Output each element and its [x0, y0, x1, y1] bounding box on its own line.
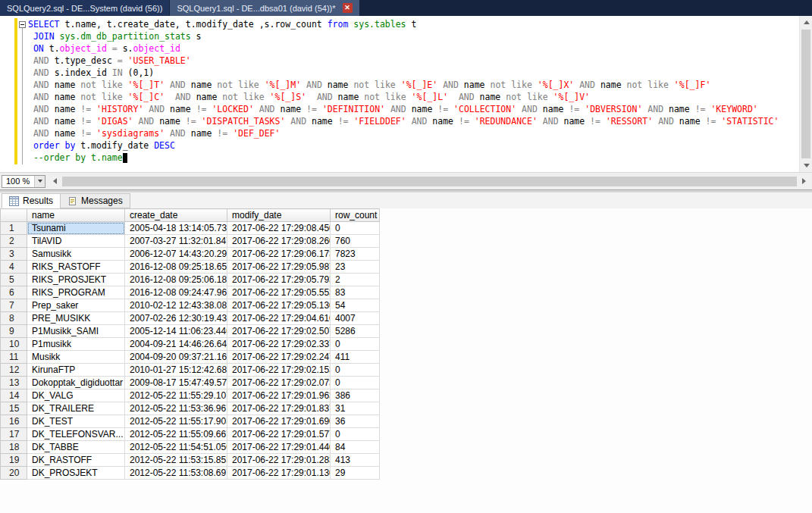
code-line[interactable]: SELECT t.name, t.create_date, t.modify_d… [28, 18, 798, 30]
grid-cell-modify_date[interactable]: 2017-06-22 17:29:01.577 [227, 428, 331, 441]
grid-cell-create_date[interactable]: 2005-04-18 13:14:05.733 [125, 222, 227, 235]
scrollbar-thumb[interactable] [801, 30, 810, 158]
grid-cell-row_count[interactable]: 2 [331, 274, 380, 286]
code-line[interactable]: JOIN sys.dm_db_partition_stats s [28, 30, 798, 42]
row-number-cell[interactable]: 16 [1, 415, 27, 428]
grid-cell-create_date[interactable]: 2006-12-07 14:43:20.293 [125, 248, 227, 261]
grid-cell-row_count[interactable]: 386 [331, 389, 380, 402]
grid-cell-create_date[interactable]: 2010-02-12 12:43:38.080 [125, 299, 227, 312]
grid-cell-modify_date[interactable]: 2017-06-22 17:29:05.793 [227, 274, 331, 286]
row-number-cell[interactable]: 4 [1, 261, 27, 274]
grid-cell-create_date[interactable]: 2016-12-08 09:24:47.960 [125, 286, 227, 299]
grid-cell-name[interactable]: P1Musikk_SAMI [27, 325, 125, 338]
grid-cell-row_count[interactable]: 4007 [331, 312, 380, 325]
editor-vertical-scrollbar[interactable] [799, 16, 812, 172]
column-header-modify_date[interactable]: modify_date [227, 209, 331, 222]
grid-cell-create_date[interactable]: 2012-05-22 11:53:08.697 [125, 467, 227, 480]
grid-cell-name[interactable]: DK_TRAILERE [27, 402, 125, 415]
sql-editor[interactable]: SELECT t.name, t.create_date, t.modify_d… [0, 16, 812, 173]
row-number-cell[interactable]: 17 [1, 428, 27, 441]
grid-cell-row_count[interactable]: 0 [331, 222, 380, 235]
grid-cell-row_count[interactable]: 5286 [331, 325, 380, 338]
grid-cell-row_count[interactable]: 0 [331, 364, 380, 377]
grid-cell-modify_date[interactable]: 2017-06-22 17:29:05.987 [227, 261, 331, 274]
grid-cell-create_date[interactable]: 2012-05-22 11:53:36.967 [125, 402, 227, 415]
grid-cell-create_date[interactable]: 2010-01-27 15:12:42.680 [125, 364, 227, 377]
column-header-row_count[interactable]: row_count [331, 209, 380, 222]
grid-cell-create_date[interactable]: 2012-05-22 11:55:29.107 [125, 389, 227, 402]
row-number-cell[interactable]: 20 [1, 467, 27, 480]
row-number-cell[interactable]: 2 [1, 235, 27, 248]
grid-cell-row_count[interactable]: 23 [331, 261, 380, 274]
grid-cell-create_date[interactable]: 2009-08-17 15:47:49.570 [125, 377, 227, 389]
grid-cell-modify_date[interactable]: 2017-06-22 17:29:08.450 [227, 222, 331, 235]
scrollbar-thumb[interactable] [62, 177, 797, 186]
scroll-right-icon[interactable] [798, 175, 810, 188]
zoom-level-select[interactable]: 100 % [2, 175, 45, 188]
row-number-cell[interactable]: 8 [1, 312, 27, 325]
row-number-cell[interactable]: 10 [1, 338, 27, 351]
code-line[interactable]: --order by t.name [28, 152, 798, 164]
column-header-name[interactable]: name [27, 209, 125, 222]
grid-cell-row_count[interactable]: 54 [331, 299, 380, 312]
grid-cell-create_date[interactable]: 2016-12-08 09:25:06.180 [125, 274, 227, 286]
row-number-cell[interactable]: 1 [1, 222, 27, 235]
grid-cell-row_count[interactable]: 411 [331, 351, 380, 364]
grid-cell-create_date[interactable]: 2012-05-22 11:55:17.903 [125, 415, 227, 428]
grid-cell-modify_date[interactable]: 2017-06-22 17:29:02.073 [227, 377, 331, 389]
grid-cell-create_date[interactable]: 2005-12-14 11:06:23.440 [125, 325, 227, 338]
code-line[interactable]: ON t.object_id = s.object_id [28, 42, 798, 55]
grid-cell-create_date[interactable]: 2004-09-21 14:46:26.647 [125, 338, 227, 351]
code-line[interactable]: AND name not like '%[_]T' AND name not l… [28, 79, 798, 91]
chevron-down-icon[interactable] [34, 176, 45, 187]
grid-cell-name[interactable]: RIKS_PROSJEKT [27, 274, 125, 286]
grid-cell-name[interactable]: DK_TABBE [27, 441, 125, 454]
grid-cell-row_count[interactable]: 0 [331, 428, 380, 441]
code-line[interactable]: AND name != 'HISTORY' AND name != 'LOCKE… [28, 103, 798, 115]
row-number-cell[interactable]: 6 [1, 286, 27, 299]
grid-cell-name[interactable]: Dokopptak_digiduottar [27, 377, 125, 389]
grid-cell-row_count[interactable]: 0 [331, 338, 380, 351]
close-icon[interactable]: ✕ [343, 3, 353, 13]
code-line[interactable]: AND name not like '%[_]C' AND name not l… [28, 91, 798, 103]
row-number-cell[interactable]: 14 [1, 389, 27, 402]
grid-cell-name[interactable]: RIKS_RASTOFF [27, 261, 125, 274]
row-number-cell[interactable]: 13 [1, 377, 27, 389]
code-line[interactable]: AND s.index_id IN (0,1) [28, 67, 798, 79]
row-number-cell[interactable]: 7 [1, 299, 27, 312]
grid-cell-modify_date[interactable]: 2017-06-22 17:29:01.837 [227, 402, 331, 415]
editor-horizontal-scrollbar[interactable] [49, 175, 810, 188]
grid-cell-row_count[interactable]: 84 [331, 441, 380, 454]
grid-cell-row_count[interactable]: 29 [331, 467, 380, 480]
column-header-create_date[interactable]: create_date [125, 209, 227, 222]
grid-cell-modify_date[interactable]: 2017-06-22 17:29:02.247 [227, 351, 331, 364]
code-area[interactable]: SELECT t.name, t.create_date, t.modify_d… [28, 18, 798, 172]
fold-collapse-icon[interactable] [19, 21, 26, 28]
grid-cell-modify_date[interactable]: 2017-06-22 17:29:05.130 [227, 299, 331, 312]
grid-cell-create_date[interactable]: 2012-05-22 11:55:09.667 [125, 428, 227, 441]
row-number-cell[interactable]: 18 [1, 441, 27, 454]
grid-cell-modify_date[interactable]: 2017-06-22 17:29:02.337 [227, 338, 331, 351]
grid-cell-name[interactable]: DK_PROSJEKT [27, 467, 125, 480]
code-line[interactable]: AND name != 'sysdiagrams' AND name != 'D… [28, 127, 798, 139]
grid-cell-name[interactable]: Samusikk [27, 248, 125, 261]
grid-cell-row_count[interactable]: 413 [331, 454, 380, 467]
scroll-down-icon[interactable] [800, 159, 812, 172]
grid-corner-cell[interactable] [1, 209, 27, 222]
document-tab-sqlquery2[interactable]: SQLQuery2.sql - DE...System (david (56)) [0, 0, 169, 16]
grid-cell-modify_date[interactable]: 2017-06-22 17:29:01.690 [227, 415, 331, 428]
grid-cell-create_date[interactable]: 2007-03-27 11:32:01.847 [125, 235, 227, 248]
grid-cell-modify_date[interactable]: 2017-06-22 17:29:02.507 [227, 325, 331, 338]
grid-cell-modify_date[interactable]: 2017-06-22 17:29:08.260 [227, 235, 331, 248]
grid-cell-name[interactable]: RIKS_PROGRAM [27, 286, 125, 299]
grid-cell-row_count[interactable]: 83 [331, 286, 380, 299]
grid-cell-row_count[interactable]: 760 [331, 235, 380, 248]
grid-cell-create_date[interactable]: 2004-09-20 09:37:21.160 [125, 351, 227, 364]
tab-messages[interactable]: Messages [60, 193, 130, 208]
grid-cell-modify_date[interactable]: 2017-06-22 17:29:04.610 [227, 312, 331, 325]
row-number-cell[interactable]: 12 [1, 364, 27, 377]
grid-cell-name[interactable]: Tsunami [27, 222, 125, 235]
grid-cell-name[interactable]: Musikk [27, 351, 125, 364]
row-number-cell[interactable]: 9 [1, 325, 27, 338]
grid-cell-name[interactable]: DK_VALG [27, 389, 125, 402]
